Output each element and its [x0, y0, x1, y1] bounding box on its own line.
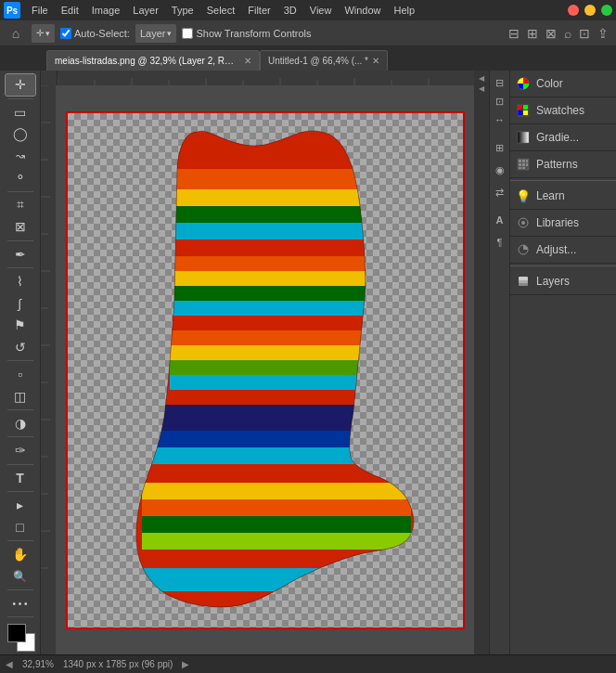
move-tool-options[interactable]: ✛ ▾	[32, 24, 55, 43]
panel-item-gradients[interactable]: Gradie...	[510, 124, 616, 150]
move-tool[interactable]: ✛	[6, 74, 35, 96]
canvas-area[interactable]	[56, 85, 474, 654]
menu-filter[interactable]: Filter	[242, 3, 276, 18]
menu-help[interactable]: Help	[389, 3, 421, 18]
zoom-fit-icon[interactable]: ⊡	[577, 24, 592, 43]
svg-rect-48	[142, 499, 411, 516]
crop-tool[interactable]: ⌗	[6, 194, 35, 215]
color-label: Color	[536, 77, 563, 90]
svg-rect-55	[523, 105, 528, 110]
tab-untitled[interactable]: Untitled-1 @ 66,4% (... * ✕	[260, 50, 388, 71]
svg-rect-61	[519, 160, 521, 162]
frame-tool[interactable]: ⊠	[6, 216, 35, 238]
menu-type[interactable]: Type	[166, 3, 199, 18]
tab-untitled-close[interactable]: ✕	[372, 56, 379, 66]
collapse-arrow-1[interactable]: ◀	[479, 74, 484, 83]
tool-divider-1	[7, 98, 33, 99]
right-panel: Color Swatches	[509, 71, 616, 654]
patterns-label: Patterns	[536, 158, 578, 171]
history-brush-tool[interactable]: ↺	[6, 336, 35, 357]
tool-divider-12	[7, 616, 33, 617]
panel-item-layers[interactable]: Layers	[510, 268, 616, 294]
home-icon[interactable]: ⌂	[6, 23, 26, 44]
menu-edit[interactable]: Edit	[56, 3, 84, 18]
side-icon-1[interactable]: ⊟	[492, 74, 508, 91]
side-icon-paragraph[interactable]: ¶	[492, 234, 508, 251]
foreground-color[interactable]	[7, 624, 26, 642]
svg-rect-47	[142, 483, 411, 499]
svg-rect-31	[170, 223, 374, 239]
svg-rect-42	[170, 390, 374, 405]
type-tool[interactable]: T	[6, 468, 35, 489]
marquee-ellipse-tool[interactable]: ◯	[6, 123, 35, 145]
panel-item-learn[interactable]: 💡 Learn	[510, 183, 616, 209]
panel-divider-1	[510, 180, 616, 181]
more-tools[interactable]: • • •	[6, 593, 35, 615]
clone-stamp-tool[interactable]: ⚑	[6, 315, 35, 336]
sock-image	[68, 113, 467, 631]
panel-divider-2	[510, 265, 616, 266]
quick-select-tool[interactable]: ⚬	[6, 167, 35, 188]
side-icon-2[interactable]: ⊡	[492, 93, 508, 110]
transform-checkbox[interactable]: Show Transform Controls	[182, 28, 311, 39]
menu-file[interactable]: File	[26, 3, 54, 18]
status-right-arrow[interactable]: ▶	[182, 659, 189, 669]
tab-meias-label: meias-listradas.png @ 32,9% (Layer 2, RG…	[55, 56, 240, 66]
menu-select[interactable]: Select	[201, 3, 241, 18]
align-icon[interactable]: ⊟	[507, 24, 521, 43]
zoom-tool[interactable]: 🔍	[6, 565, 35, 587]
dodge-burn-tool[interactable]: ◑	[6, 413, 35, 434]
window-maximize-button[interactable]	[601, 5, 612, 16]
window-close-button[interactable]	[568, 5, 579, 16]
svg-rect-50	[142, 533, 411, 550]
eraser-tool[interactable]: ▫	[6, 364, 35, 385]
status-left-arrow[interactable]: ◀	[6, 659, 13, 669]
svg-rect-67	[519, 167, 521, 169]
side-icon-text-tool[interactable]: A	[492, 212, 508, 228]
panel-item-color[interactable]: Color	[510, 71, 616, 97]
side-icon-5[interactable]: ◉	[492, 162, 508, 178]
window-minimize-button[interactable]	[584, 5, 596, 16]
autoselect-checkbox[interactable]: Auto-Select:	[60, 28, 130, 39]
spot-healing-tool[interactable]: ⌇	[6, 271, 35, 292]
pen-tool[interactable]: ✑	[6, 440, 35, 461]
menu-window[interactable]: Window	[339, 3, 386, 18]
brush-tool[interactable]: ∫	[6, 292, 35, 314]
menu-view[interactable]: View	[304, 3, 338, 18]
distribute-icon[interactable]: ⊞	[525, 24, 540, 43]
collapse-arrow-2[interactable]: ◀	[479, 84, 484, 93]
path-select-tool[interactable]: ▸	[6, 495, 35, 516]
tool-divider-11	[7, 589, 33, 590]
export-icon[interactable]: ⇪	[596, 24, 610, 43]
hand-tool[interactable]: ✋	[6, 544, 35, 565]
panel-item-patterns[interactable]: Patterns	[510, 151, 616, 177]
shape-tool[interactable]: □	[6, 516, 35, 537]
tab-meias-close[interactable]: ✕	[244, 56, 251, 66]
svg-rect-40	[170, 360, 374, 375]
panel-section-gradients: Gradie...	[510, 124, 616, 151]
side-icon-6[interactable]: ⇄	[492, 184, 508, 201]
menu-image[interactable]: Image	[86, 3, 126, 18]
right-panel-area: ◀ ◀ ⊟ ⊡ ↔ ⊞ ◉ ⇄ A ¶	[474, 71, 616, 654]
svg-rect-66	[526, 163, 528, 166]
gradient-tool[interactable]: ◫	[6, 385, 35, 407]
panel-item-swatches[interactable]: Swatches	[510, 97, 616, 123]
panel-item-libraries[interactable]: Libraries	[510, 210, 616, 236]
autoselect-check[interactable]	[60, 28, 71, 39]
tab-meias[interactable]: meias-listradas.png @ 32,9% (Layer 2, RG…	[46, 50, 260, 71]
lasso-tool[interactable]: ↝	[6, 146, 35, 167]
layers-label: Layers	[536, 275, 570, 288]
panel-item-adjustments[interactable]: Adjust...	[510, 237, 616, 263]
arrange-icon[interactable]: ⊠	[544, 24, 558, 43]
marquee-rect-tool[interactable]: ▭	[6, 101, 35, 123]
layer-dropdown[interactable]: Layer ▾	[135, 24, 177, 43]
side-icon-3[interactable]: ↔	[492, 111, 508, 128]
menu-3d[interactable]: 3D	[278, 3, 302, 18]
menu-bar: Ps File Edit Image Layer Type Select Fil…	[0, 0, 616, 20]
transform-check[interactable]	[182, 28, 193, 39]
vertical-ruler	[41, 85, 56, 654]
menu-layer[interactable]: Layer	[127, 3, 164, 18]
side-icon-4[interactable]: ⊞	[492, 139, 508, 156]
search-icon[interactable]: ⌕	[562, 24, 573, 43]
eyedropper-tool[interactable]: ✒	[6, 243, 35, 265]
